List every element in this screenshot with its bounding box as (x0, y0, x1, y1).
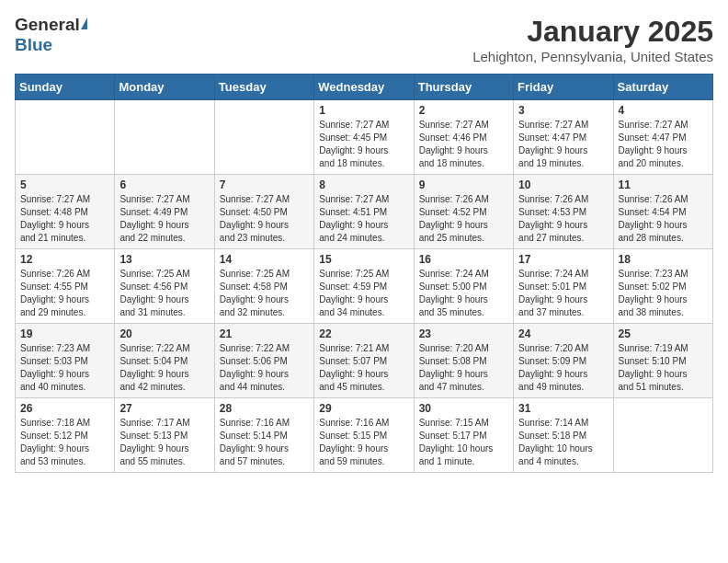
calendar-cell: 19Sunrise: 7:23 AM Sunset: 5:03 PM Dayli… (16, 324, 115, 398)
calendar-cell: 4Sunrise: 7:27 AM Sunset: 4:47 PM Daylig… (613, 100, 712, 175)
day-info: Sunrise: 7:27 AM Sunset: 4:45 PM Dayligh… (319, 119, 408, 170)
calendar-cell (613, 398, 712, 473)
day-number: 8 (319, 178, 408, 191)
calendar-week-row: 5Sunrise: 7:27 AM Sunset: 4:48 PM Daylig… (16, 175, 713, 249)
day-info: Sunrise: 7:21 AM Sunset: 5:07 PM Dayligh… (319, 342, 408, 394)
day-info: Sunrise: 7:26 AM Sunset: 4:55 PM Dayligh… (20, 268, 109, 319)
calendar-cell: 11Sunrise: 7:26 AM Sunset: 4:54 PM Dayli… (613, 175, 712, 249)
day-info: Sunrise: 7:25 AM Sunset: 4:58 PM Dayligh… (220, 268, 309, 319)
calendar-cell: 6Sunrise: 7:27 AM Sunset: 4:49 PM Daylig… (115, 175, 214, 249)
calendar-cell: 14Sunrise: 7:25 AM Sunset: 4:58 PM Dayli… (214, 249, 313, 324)
day-info: Sunrise: 7:15 AM Sunset: 5:17 PM Dayligh… (419, 417, 508, 468)
calendar-cell: 17Sunrise: 7:24 AM Sunset: 5:01 PM Dayli… (514, 249, 613, 324)
calendar-cell: 15Sunrise: 7:25 AM Sunset: 4:59 PM Dayli… (314, 249, 414, 324)
logo: General Blue (15, 15, 87, 55)
calendar-week-row: 1Sunrise: 7:27 AM Sunset: 4:45 PM Daylig… (16, 100, 713, 175)
calendar-cell: 8Sunrise: 7:27 AM Sunset: 4:51 PM Daylig… (314, 175, 414, 249)
day-info: Sunrise: 7:25 AM Sunset: 4:56 PM Dayligh… (119, 268, 209, 319)
day-number: 26 (20, 402, 109, 415)
calendar-cell (16, 100, 115, 175)
day-info: Sunrise: 7:27 AM Sunset: 4:51 PM Dayligh… (319, 193, 408, 245)
calendar-cell: 5Sunrise: 7:27 AM Sunset: 4:48 PM Daylig… (16, 175, 115, 249)
calendar-cell: 28Sunrise: 7:16 AM Sunset: 5:14 PM Dayli… (214, 398, 313, 473)
day-number: 27 (119, 402, 209, 415)
day-number: 11 (619, 178, 708, 191)
calendar-cell: 10Sunrise: 7:26 AM Sunset: 4:53 PM Dayli… (514, 175, 613, 249)
day-info: Sunrise: 7:24 AM Sunset: 5:01 PM Dayligh… (518, 268, 608, 319)
calendar-week-row: 12Sunrise: 7:26 AM Sunset: 4:55 PM Dayli… (16, 249, 713, 324)
calendar-header-tuesday: Tuesday (214, 75, 313, 100)
day-number: 24 (518, 327, 608, 340)
calendar-cell: 7Sunrise: 7:27 AM Sunset: 4:50 PM Daylig… (214, 175, 313, 249)
calendar-cell: 24Sunrise: 7:20 AM Sunset: 5:09 PM Dayli… (514, 324, 613, 398)
day-number: 12 (20, 253, 109, 266)
day-info: Sunrise: 7:16 AM Sunset: 5:14 PM Dayligh… (220, 417, 309, 468)
day-info: Sunrise: 7:16 AM Sunset: 5:15 PM Dayligh… (319, 417, 408, 468)
calendar-cell: 29Sunrise: 7:16 AM Sunset: 5:15 PM Dayli… (314, 398, 414, 473)
calendar-cell: 21Sunrise: 7:22 AM Sunset: 5:06 PM Dayli… (214, 324, 313, 398)
calendar-cell: 25Sunrise: 7:19 AM Sunset: 5:10 PM Dayli… (613, 324, 712, 398)
day-info: Sunrise: 7:27 AM Sunset: 4:50 PM Dayligh… (220, 193, 309, 245)
day-info: Sunrise: 7:14 AM Sunset: 5:18 PM Dayligh… (518, 417, 608, 468)
calendar-cell: 2Sunrise: 7:27 AM Sunset: 4:46 PM Daylig… (414, 100, 513, 175)
calendar-header-saturday: Saturday (613, 75, 712, 100)
day-number: 1 (319, 104, 408, 117)
day-number: 9 (419, 178, 508, 191)
calendar-header-monday: Monday (115, 75, 214, 100)
day-info: Sunrise: 7:18 AM Sunset: 5:12 PM Dayligh… (20, 417, 109, 468)
calendar-cell (115, 100, 214, 175)
day-number: 18 (619, 253, 708, 266)
day-info: Sunrise: 7:27 AM Sunset: 4:49 PM Dayligh… (119, 193, 209, 245)
day-number: 6 (119, 178, 209, 191)
day-info: Sunrise: 7:25 AM Sunset: 4:59 PM Dayligh… (319, 268, 408, 319)
day-info: Sunrise: 7:20 AM Sunset: 5:09 PM Dayligh… (518, 342, 608, 394)
day-number: 25 (619, 327, 708, 340)
day-info: Sunrise: 7:26 AM Sunset: 4:53 PM Dayligh… (518, 193, 608, 245)
page-header: General Blue January 2025 Lehighton, Pen… (15, 15, 713, 64)
calendar-cell: 12Sunrise: 7:26 AM Sunset: 4:55 PM Dayli… (16, 249, 115, 324)
calendar-week-row: 26Sunrise: 7:18 AM Sunset: 5:12 PM Dayli… (16, 398, 713, 473)
calendar-cell: 1Sunrise: 7:27 AM Sunset: 4:45 PM Daylig… (314, 100, 414, 175)
calendar-cell: 9Sunrise: 7:26 AM Sunset: 4:52 PM Daylig… (414, 175, 513, 249)
day-number: 22 (319, 327, 408, 340)
day-number: 29 (319, 402, 408, 415)
month-title: January 2025 (472, 15, 713, 49)
day-number: 14 (220, 253, 309, 266)
day-info: Sunrise: 7:20 AM Sunset: 5:08 PM Dayligh… (419, 342, 508, 394)
day-number: 15 (319, 253, 408, 266)
calendar-header-sunday: Sunday (16, 75, 115, 100)
day-info: Sunrise: 7:26 AM Sunset: 4:52 PM Dayligh… (419, 193, 508, 245)
day-number: 19 (20, 327, 109, 340)
calendar-cell: 16Sunrise: 7:24 AM Sunset: 5:00 PM Dayli… (414, 249, 513, 324)
day-info: Sunrise: 7:17 AM Sunset: 5:13 PM Dayligh… (119, 417, 209, 468)
calendar-header-row: SundayMondayTuesdayWednesdayThursdayFrid… (16, 75, 713, 100)
day-number: 4 (619, 104, 708, 117)
logo-blue: Blue (15, 35, 52, 54)
calendar-week-row: 19Sunrise: 7:23 AM Sunset: 5:03 PM Dayli… (16, 324, 713, 398)
day-info: Sunrise: 7:19 AM Sunset: 5:10 PM Dayligh… (619, 342, 708, 394)
day-number: 3 (518, 104, 608, 117)
calendar-cell: 26Sunrise: 7:18 AM Sunset: 5:12 PM Dayli… (16, 398, 115, 473)
day-number: 10 (518, 178, 608, 191)
calendar-header-friday: Friday (514, 75, 613, 100)
day-number: 30 (419, 402, 508, 415)
calendar-cell: 31Sunrise: 7:14 AM Sunset: 5:18 PM Dayli… (514, 398, 613, 473)
calendar-cell: 27Sunrise: 7:17 AM Sunset: 5:13 PM Dayli… (115, 398, 214, 473)
day-number: 28 (220, 402, 309, 415)
calendar-cell: 13Sunrise: 7:25 AM Sunset: 4:56 PM Dayli… (115, 249, 214, 324)
title-block: January 2025 Lehighton, Pennsylvania, Un… (472, 15, 713, 64)
day-number: 16 (419, 253, 508, 266)
logo-triangle-icon (81, 17, 87, 29)
day-number: 23 (419, 327, 508, 340)
day-number: 5 (20, 178, 109, 191)
day-info: Sunrise: 7:26 AM Sunset: 4:54 PM Dayligh… (619, 193, 708, 245)
day-info: Sunrise: 7:27 AM Sunset: 4:47 PM Dayligh… (619, 119, 708, 170)
day-info: Sunrise: 7:27 AM Sunset: 4:47 PM Dayligh… (518, 119, 608, 170)
day-info: Sunrise: 7:22 AM Sunset: 5:04 PM Dayligh… (119, 342, 209, 394)
calendar-header-wednesday: Wednesday (314, 75, 414, 100)
logo-general: General (15, 15, 80, 35)
day-info: Sunrise: 7:24 AM Sunset: 5:00 PM Dayligh… (419, 268, 508, 319)
calendar-cell: 20Sunrise: 7:22 AM Sunset: 5:04 PM Dayli… (115, 324, 214, 398)
day-number: 2 (419, 104, 508, 117)
day-number: 21 (220, 327, 309, 340)
